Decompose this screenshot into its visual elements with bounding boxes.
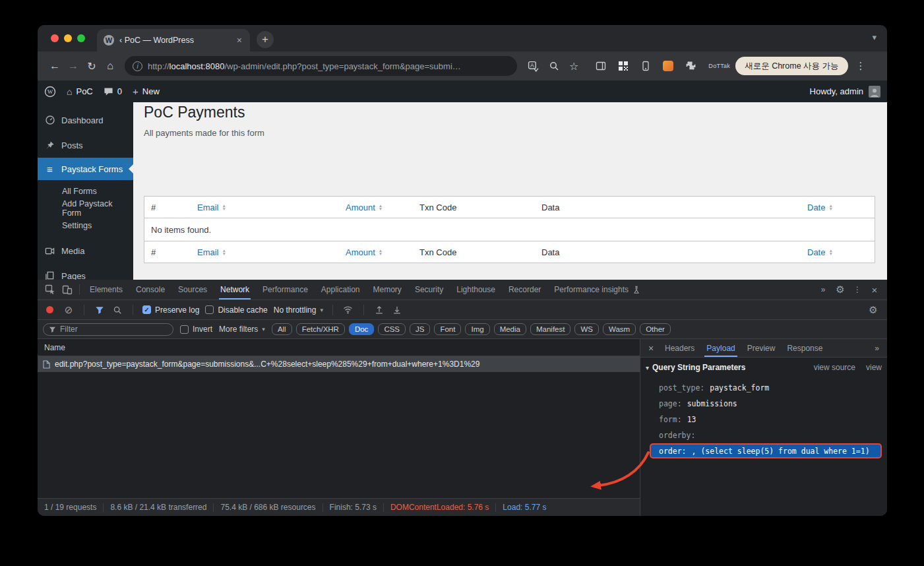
chip-css[interactable]: CSS xyxy=(378,323,406,335)
browser-menu-icon[interactable]: ⋮ xyxy=(854,60,868,72)
network-settings-gear-icon[interactable]: ⚙ xyxy=(865,301,882,319)
sidebar-item-paystack-forms[interactable]: ≡ Paystack Forms xyxy=(38,158,133,180)
column-amount-sort[interactable]: Amount▲▼ xyxy=(339,247,413,257)
back-button[interactable]: ← xyxy=(46,57,64,75)
devtools-close-icon[interactable]: × xyxy=(866,281,883,298)
expand-caret-icon: ▾ xyxy=(646,364,649,371)
network-conditions-icon[interactable] xyxy=(342,305,354,314)
more-tabs-icon[interactable]: » xyxy=(815,281,832,298)
reload-button[interactable]: ↻ xyxy=(82,57,101,75)
browser-tab[interactable]: W ‹ PoC — WordPress × xyxy=(97,29,250,51)
qr-code-icon[interactable] xyxy=(618,61,629,71)
tab-headers[interactable]: Headers xyxy=(659,339,700,357)
invert-checkbox[interactable]: Invert xyxy=(180,325,212,334)
divider xyxy=(133,305,133,315)
tab-preview[interactable]: Preview xyxy=(741,339,782,357)
tab-lighthouse[interactable]: Lighthouse xyxy=(450,280,502,299)
close-window-button[interactable] xyxy=(51,34,59,42)
import-har-icon[interactable] xyxy=(373,305,385,315)
preserve-log-checkbox[interactable]: ✓ Preserve log xyxy=(142,305,199,315)
chip-js[interactable]: JS xyxy=(410,323,430,335)
settings-gear-icon[interactable]: ⚙ xyxy=(832,281,849,298)
wp-logo-menu[interactable]: W xyxy=(44,86,56,98)
minimize-window-button[interactable] xyxy=(64,34,72,42)
extensions-puzzle-icon[interactable] xyxy=(685,61,696,72)
extension-colored-icon[interactable] xyxy=(663,61,673,71)
throttling-value: No throttling xyxy=(274,305,317,315)
new-tab-button[interactable]: + xyxy=(257,31,274,48)
address-bar[interactable]: i http://localhost:8080/wp-admin/edit.ph… xyxy=(125,56,517,76)
chip-fetch-xhr[interactable]: Fetch/XHR xyxy=(296,323,345,335)
network-search-icon[interactable] xyxy=(111,305,123,315)
view-encoded-link[interactable]: view xyxy=(866,363,882,372)
wp-comments-menu[interactable]: 0 xyxy=(104,86,122,96)
chip-doc[interactable]: Doc xyxy=(349,323,374,335)
more-filters-dropdown[interactable]: More filters ▾ xyxy=(219,325,265,334)
clear-icon[interactable]: ⊘ xyxy=(63,304,75,316)
filter-input-wrap[interactable] xyxy=(43,323,173,336)
maximize-window-button[interactable] xyxy=(77,34,85,42)
tab-network[interactable]: Network xyxy=(214,280,256,299)
tab-elements[interactable]: Elements xyxy=(83,280,129,299)
tab-application[interactable]: Application xyxy=(315,280,367,299)
chip-ws[interactable]: WS xyxy=(574,323,599,335)
chip-font[interactable]: Font xyxy=(434,323,461,335)
name-column-header[interactable]: Name xyxy=(38,339,640,356)
tab-security[interactable]: Security xyxy=(408,280,450,299)
inspect-element-icon[interactable] xyxy=(42,281,59,298)
submenu-item-all-forms[interactable]: All Forms xyxy=(38,183,133,200)
export-har-icon[interactable] xyxy=(391,305,403,315)
tab-search-chevron-icon[interactable]: ▾ xyxy=(872,32,877,42)
device-toolbar-icon[interactable] xyxy=(59,281,76,298)
chip-img[interactable]: Img xyxy=(465,323,489,335)
chip-wasm[interactable]: Wasm xyxy=(603,323,636,335)
view-source-link[interactable]: view source xyxy=(814,363,855,372)
filter-input[interactable] xyxy=(60,325,168,334)
side-panel-icon[interactable] xyxy=(596,61,606,71)
submenu-item-settings[interactable]: Settings xyxy=(38,217,133,234)
wp-new-menu[interactable]: + New xyxy=(133,86,160,97)
wp-site-menu[interactable]: ⌂ PoC xyxy=(67,86,93,97)
wp-account-menu[interactable]: Howdy, admin xyxy=(810,86,880,98)
tab-performance-insights[interactable]: Performance insights xyxy=(547,280,647,299)
bookmark-star-icon[interactable]: ☆ xyxy=(569,60,578,73)
chip-manifest[interactable]: Manifest xyxy=(530,323,570,335)
chrome-update-chip[interactable]: 새로운 Chrome 사용 가능 xyxy=(735,57,847,75)
tab-response[interactable]: Response xyxy=(781,339,828,357)
site-info-icon[interactable]: i xyxy=(133,61,142,71)
sidebar-item-posts[interactable]: Posts xyxy=(38,133,133,158)
submenu-item-add-paystack-form[interactable]: Add Paystack Form xyxy=(38,200,133,217)
sidebar-item-dashboard[interactable]: Dashboard xyxy=(38,108,133,133)
tab-close-icon[interactable]: × xyxy=(235,35,243,46)
tab-sources[interactable]: Sources xyxy=(171,280,214,299)
tab-memory[interactable]: Memory xyxy=(367,280,408,299)
close-details-icon[interactable]: × xyxy=(643,343,659,354)
profile-name-label[interactable]: DoTTak xyxy=(708,63,730,69)
record-button[interactable] xyxy=(46,306,53,313)
column-date-sort[interactable]: Date▲▼ xyxy=(801,203,875,212)
chip-all[interactable]: All xyxy=(272,323,292,335)
tab-performance[interactable]: Performance xyxy=(256,280,315,299)
device-extension-icon[interactable] xyxy=(640,61,651,71)
forward-button[interactable]: → xyxy=(64,57,82,75)
chip-other[interactable]: Other xyxy=(640,323,671,335)
tab-recorder[interactable]: Recorder xyxy=(502,280,547,299)
tab-console[interactable]: Console xyxy=(129,280,171,299)
column-amount-sort[interactable]: Amount▲▼ xyxy=(339,203,413,212)
sidebar-item-media[interactable]: Media xyxy=(38,238,133,263)
more-details-tabs-icon[interactable]: » xyxy=(875,344,884,353)
devtools-menu-icon[interactable]: ⋮ xyxy=(849,281,866,298)
tab-payload[interactable]: Payload xyxy=(700,339,741,357)
disable-cache-checkbox[interactable]: Disable cache xyxy=(205,305,267,315)
translate-icon[interactable]: A xyxy=(528,61,539,72)
home-button[interactable]: ⌂ xyxy=(101,57,119,75)
request-row-selected[interactable]: edit.php?post_type=paystack_form&page=su… xyxy=(38,356,640,372)
query-string-section-header[interactable]: ▾ Query String Parameters view source vi… xyxy=(640,358,887,377)
column-email-sort[interactable]: Email▲▼ xyxy=(191,203,339,212)
chip-media[interactable]: Media xyxy=(494,323,526,335)
search-icon[interactable] xyxy=(549,61,559,71)
column-date-sort[interactable]: Date▲▼ xyxy=(801,247,875,257)
throttling-select[interactable]: No throttling ▾ xyxy=(274,305,323,315)
column-email-sort[interactable]: Email▲▼ xyxy=(191,247,339,257)
filter-funnel-icon[interactable] xyxy=(94,305,106,315)
